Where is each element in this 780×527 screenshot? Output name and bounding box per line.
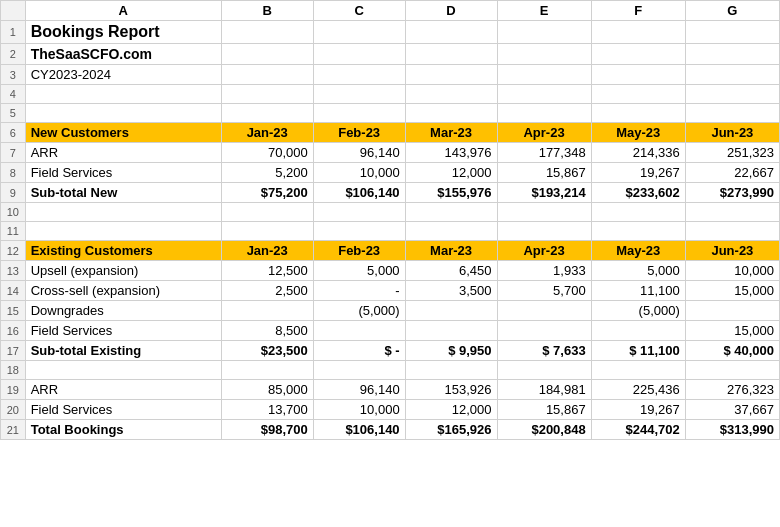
row-number: 15 <box>1 301 26 321</box>
cell-4-G <box>685 85 779 104</box>
cell-21-A: Total Bookings <box>25 420 221 440</box>
row-number: 2 <box>1 44 26 65</box>
cell-1-F <box>591 21 685 44</box>
table-row: 6New CustomersJan-23Feb-23Mar-23Apr-23Ma… <box>1 123 780 143</box>
cell-8-E: 15,867 <box>497 163 591 183</box>
cell-19-C: 96,140 <box>313 380 405 400</box>
cell-6-E: Apr-23 <box>497 123 591 143</box>
cell-15-B <box>221 301 313 321</box>
table-row: 14Cross-sell (expansion)2,500-3,5005,700… <box>1 281 780 301</box>
row-number: 12 <box>1 241 26 261</box>
cell-9-F: $233,602 <box>591 183 685 203</box>
cell-9-C: $106,140 <box>313 183 405 203</box>
cell-16-D <box>405 321 497 341</box>
cell-19-B: 85,000 <box>221 380 313 400</box>
cell-13-E: 1,933 <box>497 261 591 281</box>
row-number: 16 <box>1 321 26 341</box>
cell-13-G: 10,000 <box>685 261 779 281</box>
cell-15-D <box>405 301 497 321</box>
row-number: 17 <box>1 341 26 361</box>
row-number: 5 <box>1 104 26 123</box>
col-header-c: C <box>313 1 405 21</box>
cell-16-A: Field Services <box>25 321 221 341</box>
cell-4-A <box>25 85 221 104</box>
cell-12-F: May-23 <box>591 241 685 261</box>
cell-13-C: 5,000 <box>313 261 405 281</box>
cell-14-G: 15,000 <box>685 281 779 301</box>
cell-6-A: New Customers <box>25 123 221 143</box>
cell-11-D <box>405 222 497 241</box>
table-row: 21Total Bookings$98,700$106,140$165,926$… <box>1 420 780 440</box>
cell-21-E: $200,848 <box>497 420 591 440</box>
cell-1-E <box>497 21 591 44</box>
cell-6-C: Feb-23 <box>313 123 405 143</box>
cell-2-A: TheSaaSCFO.com <box>25 44 221 65</box>
cell-20-G: 37,667 <box>685 400 779 420</box>
row-number: 3 <box>1 65 26 85</box>
table-row: 9Sub-total New$75,200$106,140$155,976$19… <box>1 183 780 203</box>
cell-7-G: 251,323 <box>685 143 779 163</box>
cell-16-F <box>591 321 685 341</box>
cell-11-A <box>25 222 221 241</box>
cell-13-B: 12,500 <box>221 261 313 281</box>
cell-18-E <box>497 361 591 380</box>
cell-9-E: $193,214 <box>497 183 591 203</box>
cell-12-A: Existing Customers <box>25 241 221 261</box>
cell-20-E: 15,867 <box>497 400 591 420</box>
cell-15-G <box>685 301 779 321</box>
column-header-row: A B C D E F G <box>1 1 780 21</box>
cell-16-B: 8,500 <box>221 321 313 341</box>
table-row: 11 <box>1 222 780 241</box>
cell-13-F: 5,000 <box>591 261 685 281</box>
cell-19-E: 184,981 <box>497 380 591 400</box>
cell-3-A: CY2023-2024 <box>25 65 221 85</box>
cell-10-G <box>685 203 779 222</box>
cell-6-B: Jan-23 <box>221 123 313 143</box>
cell-19-G: 276,323 <box>685 380 779 400</box>
cell-3-B <box>221 65 313 85</box>
cell-13-A: Upsell (expansion) <box>25 261 221 281</box>
cell-17-G: $ 40,000 <box>685 341 779 361</box>
row-number: 10 <box>1 203 26 222</box>
cell-16-E <box>497 321 591 341</box>
row-number: 7 <box>1 143 26 163</box>
cell-21-F: $244,702 <box>591 420 685 440</box>
cell-4-E <box>497 85 591 104</box>
corner-cell <box>1 1 26 21</box>
cell-9-B: $75,200 <box>221 183 313 203</box>
cell-11-F <box>591 222 685 241</box>
cell-20-F: 19,267 <box>591 400 685 420</box>
row-number: 13 <box>1 261 26 281</box>
cell-2-G <box>685 44 779 65</box>
cell-5-B <box>221 104 313 123</box>
cell-20-D: 12,000 <box>405 400 497 420</box>
cell-4-D <box>405 85 497 104</box>
cell-15-C: (5,000) <box>313 301 405 321</box>
cell-8-C: 10,000 <box>313 163 405 183</box>
cell-2-F <box>591 44 685 65</box>
cell-17-C: $ - <box>313 341 405 361</box>
table-row: 15Downgrades(5,000)(5,000) <box>1 301 780 321</box>
cell-7-F: 214,336 <box>591 143 685 163</box>
cell-16-C <box>313 321 405 341</box>
row-number: 9 <box>1 183 26 203</box>
cell-17-E: $ 7,633 <box>497 341 591 361</box>
cell-18-D <box>405 361 497 380</box>
cell-12-C: Feb-23 <box>313 241 405 261</box>
cell-18-B <box>221 361 313 380</box>
cell-19-F: 225,436 <box>591 380 685 400</box>
cell-14-E: 5,700 <box>497 281 591 301</box>
table-row: 5 <box>1 104 780 123</box>
table-row: 13Upsell (expansion)12,5005,0006,4501,93… <box>1 261 780 281</box>
table-row: 3CY2023-2024 <box>1 65 780 85</box>
cell-21-B: $98,700 <box>221 420 313 440</box>
cell-17-A: Sub-total Existing <box>25 341 221 361</box>
cell-18-C <box>313 361 405 380</box>
cell-11-B <box>221 222 313 241</box>
cell-17-D: $ 9,950 <box>405 341 497 361</box>
cell-14-D: 3,500 <box>405 281 497 301</box>
col-header-f: F <box>591 1 685 21</box>
cell-18-G <box>685 361 779 380</box>
col-header-d: D <box>405 1 497 21</box>
cell-14-A: Cross-sell (expansion) <box>25 281 221 301</box>
